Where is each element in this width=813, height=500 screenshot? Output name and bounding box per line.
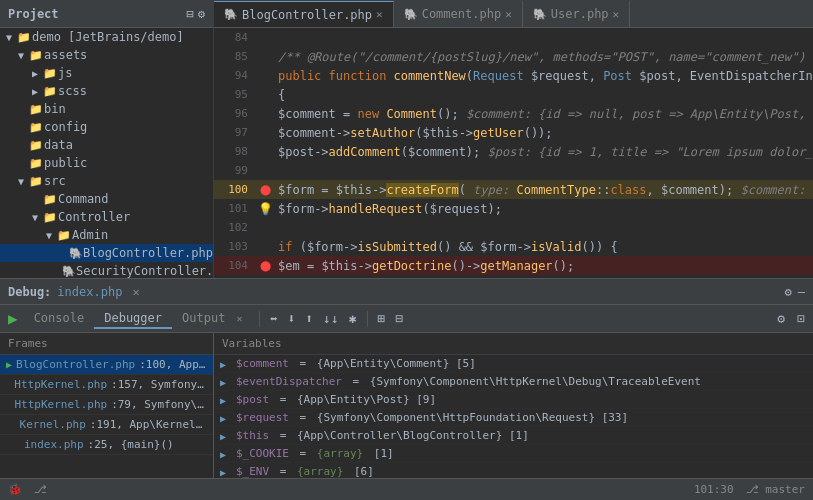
tab-blogcontroller[interactable]: 🐘 BlogController.php ✕ <box>214 1 394 27</box>
frame-item-4[interactable]: Kernel.php :191, App\Kernel->handle() <box>0 415 213 435</box>
frame-text-5: index.php <box>24 438 84 451</box>
tree-item-blogcontroller[interactable]: ▶ 🐘 BlogController.php <box>0 244 213 262</box>
tree-item-command[interactable]: ▶ 📁 Command <box>0 190 213 208</box>
tree-item-public[interactable]: ▶ 📁 public <box>0 154 213 172</box>
debug-threads-button[interactable]: ⊟ <box>391 309 407 328</box>
debug-gear-icon[interactable]: ⚙ <box>785 285 792 299</box>
tree-item-securitycontroller[interactable]: ▶ 🐘 SecurityController.php <box>0 262 213 278</box>
tree-item-scss[interactable]: ▶ 📁 scss <box>0 82 213 100</box>
php-file-icon-security: 🐘 <box>62 265 76 278</box>
folder-icon-bin: 📁 <box>28 103 44 116</box>
debug-tab-debugger[interactable]: Debugger <box>94 309 172 329</box>
tree-item-controller[interactable]: ▼ 📁 Controller <box>0 208 213 226</box>
var-expand-icon-eventdispatcher[interactable]: ▶ <box>220 377 232 388</box>
tab-label-user: User.php <box>551 7 609 21</box>
var-expand-icon-env[interactable]: ▶ <box>220 467 232 478</box>
status-branch: ⎇ master <box>746 483 805 496</box>
frame-detail-1: :100, App\Controller|BlogController->com… <box>139 358 207 371</box>
tree-arrow-js: ▶ <box>28 68 42 79</box>
code-line-105: 105 $em->persist($comment); Mac快捷方式more.… <box>214 275 813 278</box>
debug-sep-1 <box>259 311 260 327</box>
editor-tabs: 🐘 BlogController.php ✕ 🐘 Comment.php ✕ 🐘… <box>214 0 813 28</box>
var-item-env[interactable]: ▶ $_ENV = {array} [6] <box>214 463 813 478</box>
var-expand-icon-this[interactable]: ▶ <box>220 431 232 442</box>
debug-step-into-button[interactable]: ⬇ <box>283 309 299 328</box>
tree-label-admin: Admin <box>72 228 108 242</box>
tree-item-data[interactable]: ▶ 📁 data <box>0 136 213 154</box>
tree-arrow-command: ▶ <box>28 194 42 205</box>
status-bar: 🐞 ⎇ 101:30 ⎇ master <box>0 478 813 500</box>
tree-item-config[interactable]: ▶ 📁 config <box>0 118 213 136</box>
debug-evaluate-button[interactable]: ✱ <box>345 309 361 328</box>
warn-icon-101: 💡 <box>258 202 273 216</box>
code-area[interactable]: 84 85 /** @Route("/comment/{postSlug}/ne… <box>214 28 813 278</box>
sidebar-settings-icon[interactable]: ⚙ <box>198 7 205 21</box>
project-title: Project <box>8 7 187 21</box>
debug-run-to-cursor-button[interactable]: ↓↓ <box>319 309 343 328</box>
debug-tab-output[interactable]: Output ✕ <box>172 309 253 329</box>
vars-list: ▶ $comment = {App\Entity\Comment} [5] ▶ … <box>214 355 813 478</box>
tab-comment[interactable]: 🐘 Comment.php ✕ <box>394 1 523 27</box>
code-line-103: 103 if ($form->isSubmitted() && $form->i… <box>214 237 813 256</box>
tree-arrow-admin: ▼ <box>42 230 56 241</box>
tree-arrow-src: ▼ <box>14 176 28 187</box>
folder-icon-command: 📁 <box>42 193 58 206</box>
var-expand-icon-request[interactable]: ▶ <box>220 413 232 424</box>
debug-step-over-button[interactable]: ⬌ <box>266 309 282 328</box>
tree-label-public: public <box>44 156 87 170</box>
frame-item-3[interactable]: HttpKernel.php :79, Symfony\Component\Ht… <box>0 395 213 415</box>
tab-user[interactable]: 🐘 User.php ✕ <box>523 1 630 27</box>
var-item-eventdispatcher[interactable]: ▶ $eventDispatcher = {Symfony\Component\… <box>214 373 813 391</box>
tab-close-user[interactable]: ✕ <box>613 8 620 21</box>
var-expand-icon-post[interactable]: ▶ <box>220 395 232 406</box>
var-item-cookie[interactable]: ▶ $_COOKIE = {array} [1] <box>214 445 813 463</box>
debug-run-button[interactable]: ▶ <box>4 307 22 330</box>
debug-subtabs: Console Debugger Output ✕ <box>24 309 253 329</box>
debug-settings-icon[interactable]: ⚙ <box>773 309 789 328</box>
tree-item-bin[interactable]: ▶ 📁 bin <box>0 100 213 118</box>
frame-item-5[interactable]: index.php :25, {main}() <box>0 435 213 455</box>
status-branch-name[interactable]: master <box>765 483 805 496</box>
debug-panel-icon[interactable]: ⊡ <box>793 309 809 328</box>
tab-close-comment[interactable]: ✕ <box>505 8 512 21</box>
vars-header: Variables <box>214 333 813 355</box>
frame-item-2[interactable]: HttpKernel.php :157, Symfony\Component\H… <box>0 375 213 395</box>
frame-detail-2: :157, Symfony\Component\HttpKernel\HttpK… <box>111 378 207 391</box>
var-item-post[interactable]: ▶ $post = {App\Entity\Post} [9] <box>214 391 813 409</box>
tree-arrow-bin: ▶ <box>14 104 28 115</box>
sidebar-collapse-icon[interactable]: ⊟ <box>187 7 194 21</box>
code-line-99: 99 <box>214 161 813 180</box>
code-line-94: 94 public function commentNew(Request $r… <box>214 66 813 85</box>
tree-item-demo[interactable]: ▼ 📁 demo [JetBrains/demo] <box>0 28 213 46</box>
frame-detail-3: :79, Symfony\Component\HttpKernel\HttpKe… <box>111 398 207 411</box>
breakpoint-icon-100[interactable]: ⬤ <box>260 184 271 195</box>
var-item-this[interactable]: ▶ $this = {App\Controller\BlogController… <box>214 427 813 445</box>
frame-item-1[interactable]: ▶ BlogController.php :100, App\Controlle… <box>0 355 213 375</box>
debug-frames-button[interactable]: ⊞ <box>374 309 390 328</box>
tree-item-admin[interactable]: ▼ 📁 Admin <box>0 226 213 244</box>
var-item-request[interactable]: ▶ $request = {Symfony\Component\HttpFoun… <box>214 409 813 427</box>
debug-output-close[interactable]: ✕ <box>237 313 243 324</box>
code-line-102: 102 <box>214 218 813 237</box>
debug-minimize-icon[interactable]: — <box>798 285 805 299</box>
var-item-comment[interactable]: ▶ $comment = {App\Entity\Comment} [5] <box>214 355 813 373</box>
debug-tab-console[interactable]: Console <box>24 309 95 329</box>
breakpoint-icon-104[interactable]: ⬤ <box>260 260 271 271</box>
tree-arrow-demo: ▼ <box>2 32 16 43</box>
debug-file[interactable]: index.php <box>57 285 122 299</box>
status-line-col[interactable]: 101:30 <box>694 483 734 496</box>
editor-area: 🐘 BlogController.php ✕ 🐘 Comment.php ✕ 🐘… <box>214 0 813 278</box>
php-file-icon-blog: 🐘 <box>69 247 83 260</box>
debug-panel: Debug: index.php ✕ ⚙ — ▶ Console Debugge… <box>0 278 813 478</box>
tab-close-blog[interactable]: ✕ <box>376 8 383 21</box>
tab-label-comment: Comment.php <box>422 7 501 21</box>
var-expand-icon-comment[interactable]: ▶ <box>220 359 232 370</box>
tree-item-js[interactable]: ▶ 📁 js <box>0 64 213 82</box>
folder-icon-assets: 📁 <box>28 49 44 62</box>
debug-close-icon[interactable]: ✕ <box>132 285 139 299</box>
tree-item-assets[interactable]: ▼ 📁 assets <box>0 46 213 64</box>
tree-item-src[interactable]: ▼ 📁 src <box>0 172 213 190</box>
tree-arrow-public: ▶ <box>14 158 28 169</box>
debug-step-out-button[interactable]: ⬆ <box>301 309 317 328</box>
var-expand-icon-cookie[interactable]: ▶ <box>220 449 232 460</box>
